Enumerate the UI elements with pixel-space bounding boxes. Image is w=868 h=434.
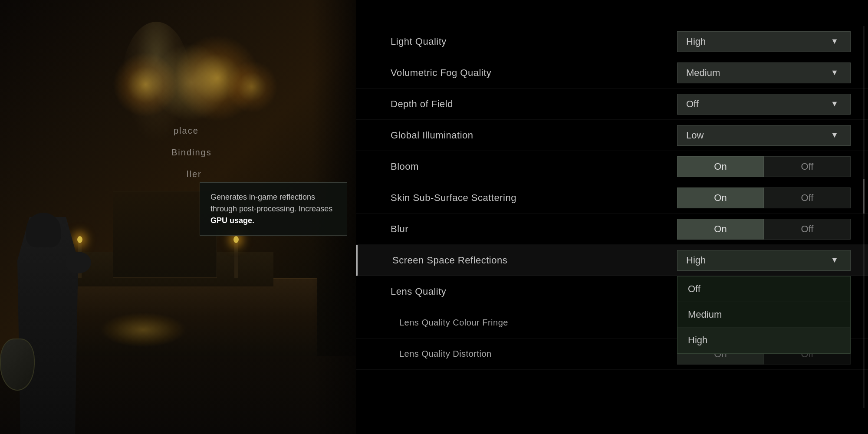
dropdown-value-ssr: High	[686, 255, 828, 266]
toggle-skin-sss-off[interactable]: Off	[764, 187, 851, 208]
setting-label-global-illumination: Global Illumination	[391, 130, 677, 141]
setting-label-depth-of-field: Depth of Field	[391, 99, 677, 110]
dropdown-value-volumetric-fog: Medium	[686, 67, 828, 79]
dropdown-light-quality[interactable]: High ▼	[677, 31, 851, 52]
chevron-down-icon-dof: ▼	[828, 97, 842, 111]
setting-row-skin-sss: Skin Sub-Surface Scattering On Off	[356, 182, 868, 214]
dropdown-value-global-illumination: Low	[686, 130, 828, 141]
dropdown-ssr[interactable]: High ▼	[677, 250, 851, 271]
tooltip-box: Generates in-game reflections through po…	[200, 182, 347, 236]
setting-row-depth-of-field: Depth of Field Off ▼	[356, 89, 868, 120]
setting-label-blur: Blur	[391, 224, 677, 235]
setting-label-light-quality: Light Quality	[391, 36, 677, 47]
setting-label-skin-sss: Skin Sub-Surface Scattering	[391, 192, 677, 204]
dropdown-volumetric-fog[interactable]: Medium ▼	[677, 62, 851, 83]
toggle-skin-sss-on[interactable]: On	[677, 187, 764, 208]
toggle-bloom: On Off	[677, 156, 851, 177]
dropdown-value-depth-of-field: Off	[686, 99, 828, 110]
chevron-down-icon-ssr: ▼	[828, 253, 842, 267]
setting-label-ssr: Screen Space Reflections	[392, 255, 677, 266]
tooltip-text: Generates in-game reflections through po…	[210, 191, 336, 227]
dropdown-ssr-options: Off Medium High	[677, 276, 851, 354]
game-scene: place Bindings ller Generates in-game re…	[0, 0, 356, 434]
setting-row-ssr: Screen Space Reflections High ▼ Off Medi…	[356, 245, 868, 276]
setting-row-global-illumination: Global Illumination Low ▼	[356, 120, 868, 151]
toggle-blur-on[interactable]: On	[677, 219, 764, 240]
toggle-skin-sss: On Off	[677, 187, 851, 208]
setting-label-volumetric-fog: Volumetric Fog Quality	[391, 67, 677, 79]
chevron-down-icon: ▼	[828, 35, 842, 49]
setting-label-lens-distortion: Lens Quality Distortion	[391, 349, 677, 359]
dropdown-option-high[interactable]: High	[677, 328, 850, 353]
dropdown-global-illumination[interactable]: Low ▼	[677, 125, 851, 146]
ui-place-label: place	[174, 126, 199, 136]
settings-panel: Light Quality High ▼ Volumetric Fog Qual…	[356, 0, 868, 434]
dropdown-value-light-quality: High	[686, 36, 828, 47]
toggle-bloom-off[interactable]: Off	[764, 156, 851, 177]
setting-row-volumetric-fog: Volumetric Fog Quality Medium ▼	[356, 57, 868, 89]
setting-label-bloom: Bloom	[391, 161, 677, 172]
dropdown-depth-of-field[interactable]: Off ▼	[677, 94, 851, 115]
ui-bindings-label: Bindings	[171, 148, 212, 158]
dropdown-option-medium[interactable]: Medium	[677, 302, 850, 328]
setting-row-light-quality: Light Quality High ▼	[356, 26, 868, 57]
setting-row-bloom: Bloom On Off	[356, 151, 868, 182]
setting-row-blur: Blur On Off	[356, 214, 868, 245]
toggle-bloom-on[interactable]: On	[677, 156, 764, 177]
dropdown-option-off[interactable]: Off	[677, 276, 850, 302]
chevron-down-icon-gi: ▼	[828, 128, 842, 142]
character-silhouette	[9, 174, 104, 434]
toggle-blur: On Off	[677, 219, 851, 240]
ui-controller-label: ller	[187, 169, 202, 179]
chevron-down-icon-fog: ▼	[828, 66, 842, 80]
toggle-blur-off[interactable]: Off	[764, 219, 851, 240]
